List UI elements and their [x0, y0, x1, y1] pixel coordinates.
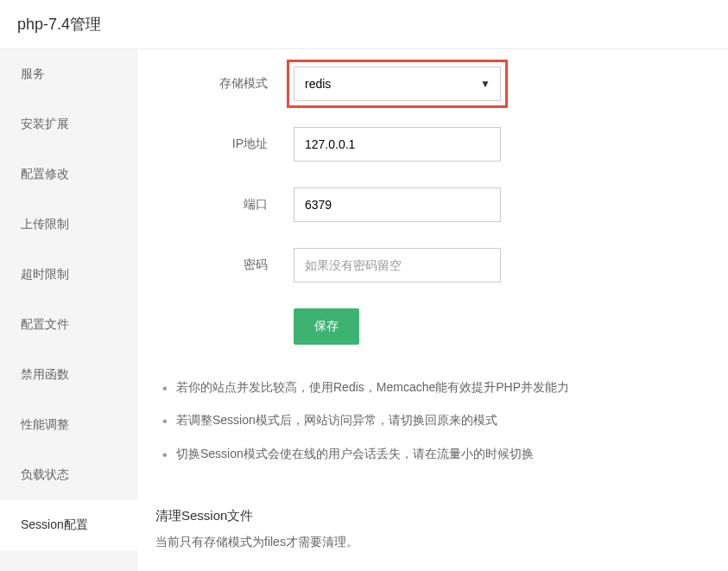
form-row-ip: IP地址 — [138, 127, 728, 162]
port-label: 端口 — [138, 197, 294, 213]
sidebar-item-timeout-limit[interactable]: 超时限制 — [0, 250, 138, 300]
password-wrap — [294, 248, 501, 282]
form-row-password: 密码 — [138, 248, 728, 282]
storage-mode-wrap: redis ▼ — [294, 67, 501, 101]
sidebar-item-session-config[interactable]: Session配置 — [0, 500, 138, 550]
sidebar-item-config-modify[interactable]: 配置修改 — [0, 149, 138, 200]
ip-wrap — [294, 127, 501, 162]
notes-section: 若你的站点并发比较高，使用Redis，Memcache能有效提升PHP并发能力 … — [138, 371, 728, 487]
sidebar-item-label: 配置文件 — [21, 317, 69, 331]
ip-input[interactable] — [294, 127, 501, 162]
password-input[interactable] — [294, 248, 501, 282]
form-row-port: 端口 — [138, 187, 728, 222]
note-item: 若调整Session模式后，网站访问异常，请切换回原来的模式 — [155, 403, 711, 436]
sidebar-item-config-file[interactable]: 配置文件 — [0, 300, 138, 350]
save-button[interactable]: 保存 — [294, 308, 359, 345]
sidebar-item-label: 安装扩展 — [21, 117, 69, 130]
ip-label: IP地址 — [138, 136, 294, 152]
main-container: 服务 安装扩展 配置修改 上传限制 超时限制 配置文件 禁用函数 性能调整 负载… — [0, 49, 728, 571]
port-input[interactable] — [294, 187, 501, 222]
sidebar-item-upload-limit[interactable]: 上传限制 — [0, 200, 138, 250]
port-wrap — [294, 187, 501, 222]
select-wrapper: redis ▼ — [294, 67, 501, 101]
clear-session-desc: 当前只有存储模式为files才需要清理。 — [138, 535, 728, 568]
sidebar-item-label: 禁用函数 — [21, 367, 69, 381]
clear-session-title: 清理Session文件 — [138, 487, 728, 535]
password-label: 密码 — [138, 257, 294, 273]
sidebar-item-label: 超时限制 — [21, 267, 69, 281]
storage-mode-label: 存储模式 — [138, 76, 294, 92]
form-row-storage-mode: 存储模式 redis ▼ — [138, 67, 728, 101]
sidebar-item-label: 服务 — [21, 67, 45, 80]
sidebar-item-label: 性能调整 — [21, 417, 69, 431]
note-item: 若你的站点并发比较高，使用Redis，Memcache能有效提升PHP并发能力 — [155, 371, 711, 403]
sidebar-item-load-status[interactable]: 负载状态 — [0, 450, 138, 500]
sidebar-item-label: Session配置 — [21, 517, 88, 531]
sidebar-item-disable-func[interactable]: 禁用函数 — [0, 350, 138, 400]
form-row-save: 保存 — [138, 308, 728, 345]
sidebar-item-label: 配置修改 — [21, 167, 69, 181]
sidebar-item-label: 负载状态 — [21, 467, 69, 481]
sidebar-item-service[interactable]: 服务 — [0, 49, 138, 99]
sidebar: 服务 安装扩展 配置修改 上传限制 超时限制 配置文件 禁用函数 性能调整 负载… — [0, 49, 138, 571]
sidebar-item-install-ext[interactable]: 安装扩展 — [0, 99, 138, 149]
page-title: php-7.4管理 — [17, 16, 101, 33]
sidebar-item-performance[interactable]: 性能调整 — [0, 400, 138, 450]
sidebar-item-label: 上传限制 — [21, 217, 69, 231]
storage-mode-select[interactable]: redis — [294, 67, 501, 101]
content-panel: 存储模式 redis ▼ IP地址 端口 — [138, 49, 728, 571]
note-item: 切换Session模式会使在线的用户会话丢失，请在流量小的时候切换 — [155, 437, 711, 470]
save-wrap: 保存 — [294, 308, 359, 345]
page-header: php-7.4管理 — [0, 0, 728, 49]
